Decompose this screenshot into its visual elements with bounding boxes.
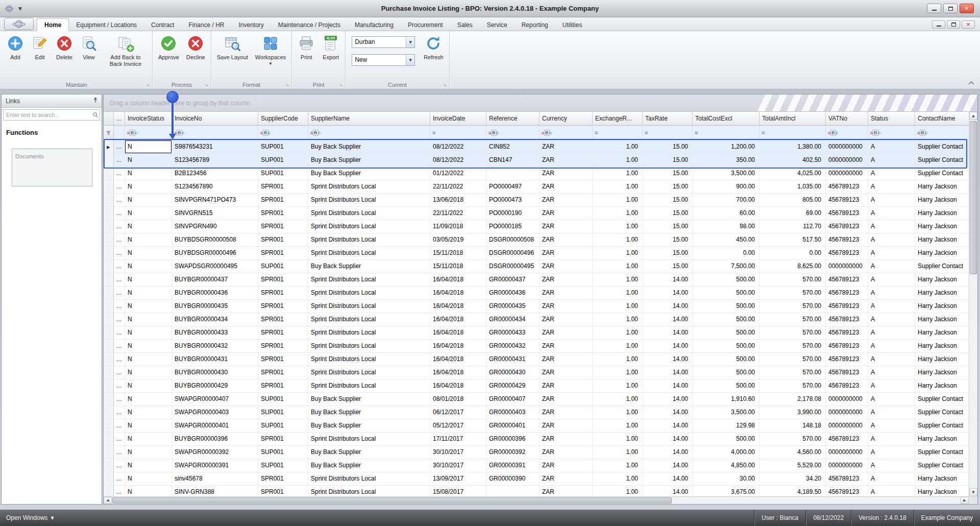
cell-invoiceno[interactable]: SINV-GRN388	[172, 486, 258, 496]
view-button[interactable]: View	[77, 32, 101, 78]
cell-suppliercode[interactable]: SUP001	[258, 260, 308, 273]
cell-vatno[interactable]: 0000000000	[826, 154, 868, 166]
save-layout-button[interactable]: Save Layout	[213, 32, 252, 78]
cell-reference[interactable]: GR00000392	[486, 446, 540, 459]
cell-contactname[interactable]: Supplier Contact	[915, 406, 969, 419]
cell-suppliername[interactable]: Sprint Distributors Local	[308, 194, 430, 206]
cell-status[interactable]: A	[868, 247, 915, 259]
dialog-launcher-icon[interactable]: ↘	[205, 83, 208, 87]
cell-contactname[interactable]: Harry Jackson	[915, 300, 969, 313]
cell-reference[interactable]	[486, 167, 540, 180]
cell-status[interactable]: A	[868, 419, 915, 432]
dialog-launcher-icon[interactable]: ↘	[146, 83, 150, 87]
cell-suppliercode[interactable]: SUP001	[258, 406, 308, 419]
tab-service[interactable]: Service	[480, 19, 514, 31]
cell-totalamtincl[interactable]: 570.00	[760, 300, 826, 313]
cell-invoicedate[interactable]: 15/08/2017	[430, 486, 486, 496]
cell-totalcostexcl[interactable]: 700.00	[693, 194, 760, 206]
grid-row[interactable]: ...NBUYBGR00000435SPR001Sprint Distribut…	[104, 300, 969, 313]
cell-dots[interactable]: ...	[114, 233, 125, 246]
grid-row[interactable]: ...NSWAPGR00000392SUP001Buy Back Supplie…	[104, 446, 969, 459]
cell-invoicedate[interactable]: 13/09/2017	[430, 472, 486, 485]
cell-invoiceno[interactable]: SINVGRN515	[172, 207, 258, 220]
delete-button[interactable]: Delete	[52, 32, 77, 78]
column-header-exchangerate[interactable]: ExchangeR...	[593, 112, 643, 125]
cell-invoicestatus[interactable]: N	[125, 459, 172, 472]
combo-durban[interactable]: Durban▼	[352, 36, 415, 48]
cell-invoicedate[interactable]: 16/04/2018	[430, 353, 486, 366]
cell-reference[interactable]: PO0000190	[486, 207, 540, 220]
cell-vatno[interactable]: 456789123	[826, 379, 868, 392]
cell-invoicedate[interactable]: 16/04/2018	[430, 366, 486, 379]
cell-totalamtincl[interactable]: 570.00	[760, 379, 826, 392]
cell-exchangerate[interactable]: 1.00	[593, 286, 643, 299]
open-windows-button[interactable]: Open Windows ▼	[0, 510, 60, 526]
cell-taxrate[interactable]: 14.00	[643, 340, 693, 352]
cell-vatno[interactable]: 456789123	[826, 220, 868, 233]
cell-invoicestatus[interactable]: N	[125, 140, 172, 153]
decline-button[interactable]: Decline	[183, 32, 209, 78]
cell-reference[interactable]: GR00000396	[486, 433, 540, 445]
cell-currency[interactable]: ZAR	[540, 353, 593, 366]
grid-row[interactable]: ...NBUYBDSGR00000508SPR001Sprint Distrib…	[104, 233, 969, 247]
cell-reference[interactable]: GR00000430	[486, 366, 540, 379]
cell-suppliername[interactable]: Buy Back Supplier	[308, 459, 430, 472]
cell-vatno[interactable]: 456789123	[826, 472, 868, 485]
cell-exchangerate[interactable]: 1.00	[593, 300, 643, 313]
cell-suppliercode[interactable]: SPR001	[258, 180, 308, 193]
cell-suppliername[interactable]: Buy Back Supplier	[308, 260, 430, 273]
cell-totalcostexcl[interactable]: 3,500.00	[693, 406, 760, 419]
cell-taxrate[interactable]: 15.00	[643, 180, 693, 193]
cell-invoicestatus[interactable]: N	[125, 446, 172, 459]
tab-maintenance-projects[interactable]: Maintenance / Projects	[271, 19, 348, 31]
column-header-currency[interactable]: Currency	[540, 112, 593, 125]
cell-currency[interactable]: ZAR	[540, 247, 593, 259]
cell-currency[interactable]: ZAR	[540, 194, 593, 206]
cell-exchangerate[interactable]: 1.00	[593, 419, 643, 432]
cell-suppliername[interactable]: Sprint Distributors Local	[308, 486, 430, 496]
cell-reference[interactable]: DSGR00000495	[486, 260, 540, 273]
cell-exchangerate[interactable]: 1.00	[593, 406, 643, 419]
cell-reference[interactable]: GR00000429	[486, 379, 540, 392]
cell-invoicestatus[interactable]: N	[125, 207, 172, 220]
cell-invoicedate[interactable]: 13/06/2018	[430, 194, 486, 206]
grid-row[interactable]: ...NBUYBGR00000430SPR001Sprint Distribut…	[104, 366, 969, 379]
cell-invoicedate[interactable]: 06/12/2017	[430, 406, 486, 419]
column-header-vatno[interactable]: VATNo	[826, 112, 868, 125]
cell-status[interactable]: A	[868, 300, 915, 313]
sidebar-search[interactable]	[3, 109, 100, 121]
cell-dots[interactable]: ...	[114, 486, 125, 496]
cell-totalamtincl[interactable]: 8,625.00	[760, 260, 826, 273]
cell-totalcostexcl[interactable]: 4,850.00	[693, 459, 760, 472]
grid-row[interactable]: ...NSWAPGR00000401SUP001Buy Back Supplie…	[104, 419, 969, 433]
filter-cell-invoicestatus[interactable]: aBc	[125, 126, 172, 140]
search-input[interactable]	[4, 112, 91, 118]
cell-totalcostexcl[interactable]: 3,675.00	[693, 486, 760, 496]
cell-invoicedate[interactable]: 16/04/2018	[430, 379, 486, 392]
grid-row[interactable]: ...NBUYBGR00000434SPR001Sprint Distribut…	[104, 313, 969, 326]
cell-invoicedate[interactable]: 11/09/2018	[430, 220, 486, 233]
cell-reference[interactable]: CBN147	[486, 154, 540, 166]
cell-currency[interactable]: ZAR	[540, 207, 593, 220]
cell-contactname[interactable]: Harry Jackson	[915, 220, 969, 233]
filter-cell-reference[interactable]: aBc	[486, 126, 540, 140]
cell-totalcostexcl[interactable]: 98.00	[693, 220, 760, 233]
cell-totalcostexcl[interactable]: 350.00	[693, 154, 760, 166]
cell-suppliercode[interactable]: SPR001	[258, 207, 308, 220]
cell-currency[interactable]: ZAR	[540, 446, 593, 459]
cell-contactname[interactable]: Harry Jackson	[915, 273, 969, 286]
grid-row[interactable]: ...NB2B123456SUP001Buy Back Supplier01/1…	[104, 167, 969, 180]
cell-reference[interactable]: GR00000432	[486, 340, 540, 352]
filter-cell-invoicedate[interactable]: =	[430, 126, 486, 140]
cell-currency[interactable]: ZAR	[540, 140, 593, 153]
cell-totalamtincl[interactable]: 402.50	[760, 154, 826, 166]
cell-dots[interactable]: ...	[114, 419, 125, 432]
grid-row[interactable]: ...NSINV-GRN388SPR001Sprint Distributors…	[104, 486, 969, 496]
cell-contactname[interactable]: Supplier Contact	[915, 154, 969, 166]
column-header-status[interactable]: Status	[868, 112, 915, 125]
cell-exchangerate[interactable]: 1.00	[593, 340, 643, 352]
close-button[interactable]: ✕	[960, 4, 974, 13]
cell-contactname[interactable]: Harry Jackson	[915, 486, 969, 496]
grid-row[interactable]: ...NSINVPGRN471PO473SPR001Sprint Distrib…	[104, 194, 969, 207]
search-icon[interactable]	[91, 112, 100, 118]
